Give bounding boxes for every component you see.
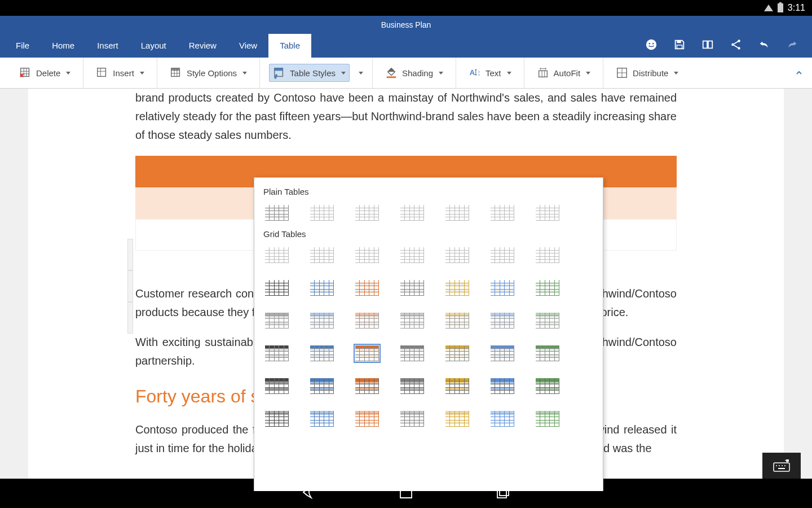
delete-button[interactable]: Delete — [16, 64, 74, 81]
menu-review[interactable]: Review — [178, 34, 228, 58]
grid-tables-grid — [261, 246, 596, 428]
table-style-option[interactable] — [534, 203, 561, 222]
table-style-option[interactable] — [534, 409, 561, 428]
table-style-option[interactable] — [444, 278, 471, 297]
table-style-option[interactable] — [399, 278, 426, 297]
style-options-label: Style Options — [187, 68, 237, 78]
table-style-option[interactable] — [354, 376, 381, 396]
android-status-bar: 3:11 — [0, 0, 812, 16]
table-style-option[interactable] — [354, 246, 381, 265]
table-style-option[interactable] — [354, 344, 381, 363]
table-style-option[interactable] — [263, 203, 290, 222]
shading-button[interactable]: Shading — [382, 64, 447, 81]
ribbon-collapse-icon[interactable] — [795, 69, 803, 79]
table-style-option[interactable] — [399, 376, 426, 396]
save-icon[interactable] — [673, 38, 686, 53]
svg-point-0 — [646, 40, 656, 50]
table-styles-label: Table Styles — [290, 68, 336, 78]
text-icon: A — [469, 67, 481, 79]
document-title: Business Plan — [381, 20, 431, 29]
table-style-option[interactable] — [354, 311, 381, 330]
table-style-option[interactable] — [489, 409, 516, 428]
table-style-option[interactable] — [263, 376, 290, 396]
table-styles-button[interactable]: Table Styles — [269, 64, 350, 82]
status-time: 3:11 — [788, 3, 805, 13]
table-style-option[interactable] — [489, 246, 516, 265]
table-style-option[interactable] — [308, 311, 336, 330]
table-style-option[interactable] — [534, 344, 561, 363]
document-canvas[interactable]: brand products created by Contoso have b… — [0, 89, 812, 491]
table-style-option[interactable] — [263, 278, 290, 297]
keyboard-toggle[interactable] — [762, 453, 801, 479]
table-style-option[interactable] — [308, 344, 336, 363]
table-style-option[interactable] — [534, 311, 561, 330]
table-style-option[interactable] — [399, 409, 426, 428]
table-style-option[interactable] — [444, 409, 471, 428]
menu-home[interactable]: Home — [41, 34, 86, 58]
row-marker[interactable] — [127, 239, 133, 270]
table-style-option[interactable] — [399, 246, 426, 265]
autofit-button[interactable]: AutoFit — [533, 64, 594, 81]
table-style-option[interactable] — [263, 246, 290, 265]
table-style-option[interactable] — [444, 311, 471, 330]
table-style-option[interactable] — [489, 376, 516, 396]
dropdown-section-heading: Plain Tables — [263, 187, 596, 196]
svg-rect-37 — [786, 459, 789, 462]
menu-table[interactable]: Table — [268, 34, 311, 58]
table-style-option[interactable] — [534, 278, 561, 297]
battery-icon — [778, 3, 783, 12]
svg-point-34 — [782, 465, 783, 466]
table-style-option[interactable] — [308, 246, 336, 265]
table-style-option[interactable] — [399, 344, 426, 363]
table-style-option[interactable] — [399, 311, 426, 330]
table-style-option[interactable] — [444, 246, 471, 265]
svg-point-32 — [776, 465, 777, 466]
table-style-option[interactable] — [444, 203, 471, 222]
menu-file[interactable]: File — [5, 34, 41, 58]
text-label: Text — [486, 68, 501, 78]
menu-insert[interactable]: Insert — [86, 34, 130, 58]
menu-layout[interactable]: Layout — [130, 34, 178, 58]
table-style-option[interactable] — [354, 203, 381, 222]
distribute-button[interactable]: Distribute — [612, 64, 682, 81]
table-style-option[interactable] — [308, 203, 336, 222]
table-styles-icon — [273, 67, 285, 79]
plain-tables-grid — [261, 203, 596, 222]
table-style-option[interactable] — [263, 311, 290, 330]
share-icon[interactable] — [730, 38, 742, 53]
distribute-icon — [616, 67, 628, 79]
text-button[interactable]: A Text — [465, 64, 515, 81]
table-style-option[interactable] — [444, 376, 471, 396]
table-style-option[interactable] — [489, 344, 516, 363]
style-options-button[interactable]: Style Options — [166, 64, 250, 81]
table-style-option[interactable] — [354, 409, 381, 428]
table-style-option[interactable] — [489, 203, 516, 222]
menu-view[interactable]: View — [228, 34, 268, 58]
row-marker[interactable] — [127, 302, 133, 334]
table-style-option[interactable] — [444, 344, 471, 363]
table-style-option[interactable] — [263, 344, 290, 363]
table-style-option[interactable] — [308, 409, 336, 428]
body-paragraph[interactable]: brand products created by Contoso have b… — [135, 89, 677, 144]
table-style-option[interactable] — [354, 278, 381, 297]
undo-icon[interactable] — [758, 38, 770, 53]
table-style-option[interactable] — [489, 278, 516, 297]
insert-button[interactable]: Insert — [92, 64, 148, 81]
table-style-option[interactable] — [534, 376, 561, 396]
table-options-icon — [170, 67, 182, 79]
svg-rect-23 — [387, 76, 396, 78]
table-style-option[interactable] — [308, 376, 336, 396]
redo-icon[interactable] — [786, 38, 798, 53]
read-mode-icon[interactable] — [701, 38, 714, 53]
table-style-option[interactable] — [308, 278, 336, 297]
emoji-icon[interactable] — [645, 38, 657, 53]
svg-point-2 — [652, 43, 654, 45]
autofit-label: AutoFit — [554, 68, 581, 78]
shading-icon — [385, 67, 398, 79]
table-style-option[interactable] — [489, 311, 516, 330]
row-marker[interactable] — [127, 270, 133, 302]
delete-label: Delete — [36, 68, 60, 78]
table-style-option[interactable] — [263, 409, 290, 428]
table-style-option[interactable] — [399, 203, 426, 222]
table-style-option[interactable] — [534, 246, 561, 265]
